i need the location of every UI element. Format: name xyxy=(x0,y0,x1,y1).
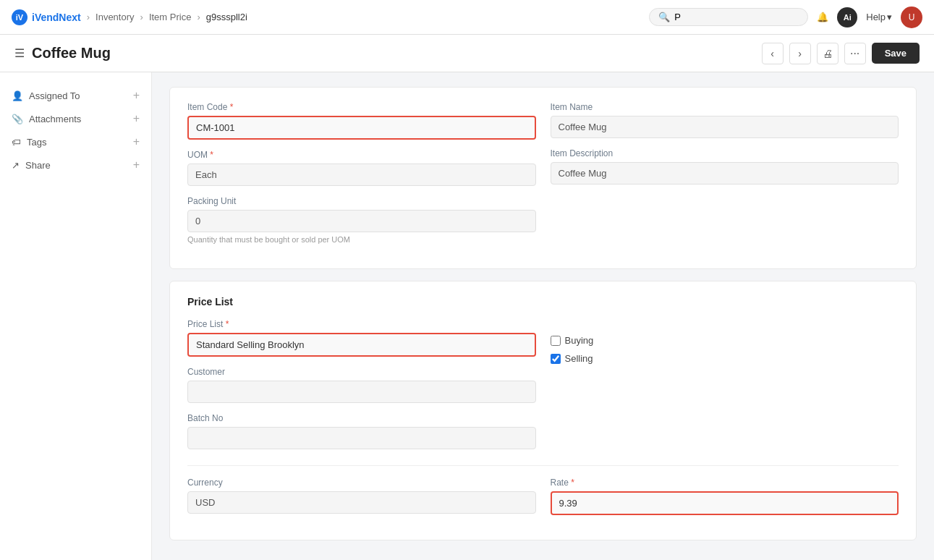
add-tag-icon[interactable]: + xyxy=(133,136,140,148)
breadcrumb-current: g9ssspll2i xyxy=(206,12,247,22)
price-list-highlight xyxy=(187,333,536,357)
customer-input[interactable] xyxy=(187,381,536,403)
brand-name: iVendNext xyxy=(32,12,81,23)
item-code-highlight xyxy=(187,116,536,140)
currency-input[interactable] xyxy=(187,491,536,514)
sidebar: 👤 Assigned To + 📎 Attachments + 🏷 Tags +… xyxy=(0,72,152,560)
price-list-input[interactable] xyxy=(189,334,535,355)
item-code-label: Item Code xyxy=(187,102,536,112)
item-code-input[interactable] xyxy=(189,117,535,138)
sidebar-item-left: 🏷 Tags xyxy=(12,137,46,148)
currency-group: Currency xyxy=(187,478,536,515)
rate-label: Rate xyxy=(551,478,899,488)
user-avatar[interactable]: U xyxy=(901,7,922,28)
customer-group: Customer xyxy=(187,367,536,403)
print-button[interactable]: 🖨 xyxy=(817,43,839,64)
page-header-left: ☰ Coffee Mug xyxy=(14,45,111,61)
rate-input[interactable] xyxy=(552,493,898,514)
menu-icon[interactable]: ☰ xyxy=(14,46,25,60)
price-list-right: Buying Selling xyxy=(551,319,899,459)
item-description-input[interactable] xyxy=(551,162,899,184)
buying-checkbox-group: Buying xyxy=(551,335,899,346)
buying-label: Buying xyxy=(565,335,594,346)
sidebar-item-share[interactable]: ↗ Share + xyxy=(0,153,151,177)
breadcrumb-sep-2: › xyxy=(140,12,143,22)
batch-no-label: Batch No xyxy=(187,413,536,423)
search-bar[interactable]: 🔍 xyxy=(649,8,808,26)
ai-icon[interactable]: Ai xyxy=(837,7,857,27)
currency-label: Currency xyxy=(187,478,536,488)
item-name-input[interactable] xyxy=(551,116,899,138)
packing-unit-label: Packing Unit xyxy=(187,196,536,206)
prev-button[interactable]: ‹ xyxy=(762,43,784,64)
tags-label: Tags xyxy=(27,137,46,148)
packing-unit-input[interactable] xyxy=(187,210,536,232)
price-list-left: Price List Customer Batch No xyxy=(187,319,536,459)
batch-no-group: Batch No xyxy=(187,413,536,449)
batch-no-input[interactable] xyxy=(187,427,536,449)
item-name-group: Item Name xyxy=(551,102,899,138)
help-button[interactable]: Help ▾ xyxy=(866,12,892,22)
share-icon: ↗ xyxy=(12,160,20,171)
item-code-group: Item Code xyxy=(187,102,536,140)
main-layout: 👤 Assigned To + 📎 Attachments + 🏷 Tags +… xyxy=(0,72,934,560)
sidebar-item-tags[interactable]: 🏷 Tags + xyxy=(0,130,151,153)
buying-checkbox[interactable] xyxy=(551,336,561,346)
share-label: Share xyxy=(25,160,51,171)
sidebar-item-left: 📎 Attachments xyxy=(12,114,81,124)
rate-group: Rate xyxy=(551,478,899,515)
selling-label: Selling xyxy=(565,353,593,364)
sidebar-item-attachments[interactable]: 📎 Attachments + xyxy=(0,107,151,130)
tags-icon: 🏷 xyxy=(12,137,21,148)
print-icon: 🖨 xyxy=(823,48,833,59)
breadcrumb-sep-3: › xyxy=(197,12,200,22)
help-label: Help xyxy=(866,12,886,22)
customer-label: Customer xyxy=(187,367,536,377)
price-list-grid: Price List Customer Batch No xyxy=(187,319,899,459)
brand-icon: iV xyxy=(12,9,27,25)
notification-bell-icon[interactable]: 🔔 xyxy=(817,12,828,22)
nav-right: 🔍 🔔 Ai Help ▾ U xyxy=(649,7,922,28)
breadcrumb-inventory[interactable]: Inventory xyxy=(95,12,134,22)
price-list-section: Price List Price List Customer xyxy=(169,281,917,540)
search-input[interactable] xyxy=(674,12,799,22)
search-icon: 🔍 xyxy=(658,12,670,22)
brand[interactable]: iV iVendNext xyxy=(12,9,81,25)
right-column: Item Name Item Description xyxy=(551,102,899,254)
breadcrumb-item-price[interactable]: Item Price xyxy=(149,12,192,22)
price-list-group: Price List xyxy=(187,319,536,357)
next-button[interactable]: › xyxy=(789,43,811,64)
sidebar-item-assigned-to[interactable]: 👤 Assigned To + xyxy=(0,84,151,107)
ellipsis-icon: ··· xyxy=(850,47,859,60)
selling-checkbox-group: Selling xyxy=(551,353,899,364)
selling-checkbox[interactable] xyxy=(551,354,561,364)
page-header-right: ‹ › 🖨 ··· Save xyxy=(762,43,920,64)
sidebar-item-left: ↗ Share xyxy=(12,160,51,171)
item-details-section: Item Code UOM Packing Unit Quantity that… xyxy=(169,87,917,269)
uom-input[interactable] xyxy=(187,164,536,186)
top-nav: iV iVendNext › Inventory › Item Price › … xyxy=(0,0,934,35)
chevron-down-icon: ▾ xyxy=(887,12,892,22)
rate-highlight xyxy=(551,491,899,515)
price-list-label: Price List xyxy=(187,319,536,329)
save-button[interactable]: Save xyxy=(872,43,920,64)
assigned-to-icon: 👤 xyxy=(12,90,23,101)
uom-group: UOM xyxy=(187,150,536,186)
item-name-label: Item Name xyxy=(551,102,899,112)
item-description-label: Item Description xyxy=(551,148,899,158)
item-description-group: Item Description xyxy=(551,148,899,184)
attachments-icon: 📎 xyxy=(12,114,23,124)
price-list-section-title: Price List xyxy=(187,296,899,307)
add-attachment-icon[interactable]: + xyxy=(133,113,140,124)
add-share-icon[interactable]: + xyxy=(133,159,140,171)
breadcrumb-sep-1: › xyxy=(87,12,90,22)
packing-unit-group: Packing Unit Quantity that must be bough… xyxy=(187,196,536,244)
page-header: ☰ Coffee Mug ‹ › 🖨 ··· Save xyxy=(0,35,934,72)
more-button[interactable]: ··· xyxy=(844,43,866,64)
page-title: Coffee Mug xyxy=(32,45,111,61)
packing-unit-helper: Quantity that must be bought or sold per… xyxy=(187,235,536,244)
left-column: Item Code UOM Packing Unit Quantity that… xyxy=(187,102,536,254)
add-assigned-to-icon[interactable]: + xyxy=(133,90,140,101)
sidebar-item-left: 👤 Assigned To xyxy=(12,90,80,101)
uom-label: UOM xyxy=(187,150,536,160)
